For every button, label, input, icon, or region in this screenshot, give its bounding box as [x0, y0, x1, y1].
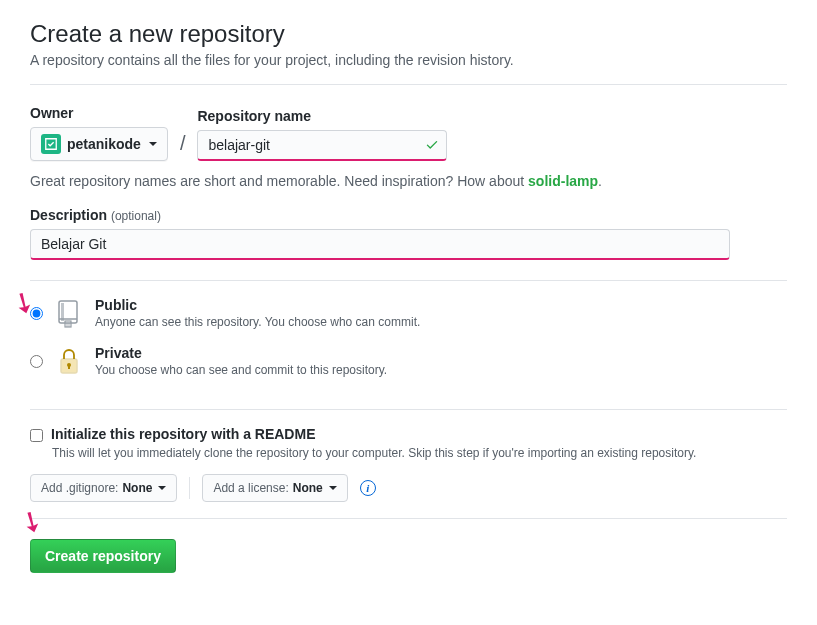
- repo-public-icon: [53, 297, 85, 329]
- check-icon: [425, 137, 439, 154]
- public-label: Public: [95, 297, 420, 313]
- private-label: Private: [95, 345, 387, 361]
- svg-rect-6: [68, 365, 70, 369]
- info-icon[interactable]: i: [360, 480, 376, 496]
- repo-name-label: Repository name: [197, 108, 447, 124]
- repo-name-input[interactable]: [197, 130, 447, 161]
- owner-avatar-icon: [41, 134, 61, 154]
- create-repository-button[interactable]: Create repository: [30, 539, 176, 573]
- description-input[interactable]: [30, 229, 730, 260]
- private-radio[interactable]: [30, 355, 43, 368]
- name-hint: Great repository names are short and mem…: [30, 173, 787, 189]
- owner-select[interactable]: petanikode: [30, 127, 168, 161]
- page-subtitle: A repository contains all the files for …: [30, 52, 787, 68]
- private-desc: You choose who can see and commit to thi…: [95, 363, 387, 377]
- caret-down-icon: [329, 486, 337, 490]
- lock-icon: [53, 345, 85, 377]
- caret-down-icon: [158, 486, 166, 490]
- description-label: Description (optional): [30, 207, 787, 223]
- divider: [189, 477, 190, 499]
- name-suggestion-link[interactable]: solid-lamp: [528, 173, 598, 189]
- init-readme-label: Initialize this repository with a README: [51, 426, 315, 442]
- public-radio[interactable]: [30, 307, 43, 320]
- init-readme-desc: This will let you immediately clone the …: [52, 446, 787, 460]
- owner-label: Owner: [30, 105, 168, 121]
- page-title: Create a new repository: [30, 20, 787, 48]
- init-readme-checkbox[interactable]: [30, 429, 43, 442]
- license-dropdown[interactable]: Add a license: None: [202, 474, 347, 502]
- gitignore-dropdown[interactable]: Add .gitignore: None: [30, 474, 177, 502]
- owner-name: petanikode: [67, 136, 141, 152]
- caret-down-icon: [149, 142, 157, 146]
- public-desc: Anyone can see this repository. You choo…: [95, 315, 420, 329]
- slash-separator: /: [176, 132, 190, 161]
